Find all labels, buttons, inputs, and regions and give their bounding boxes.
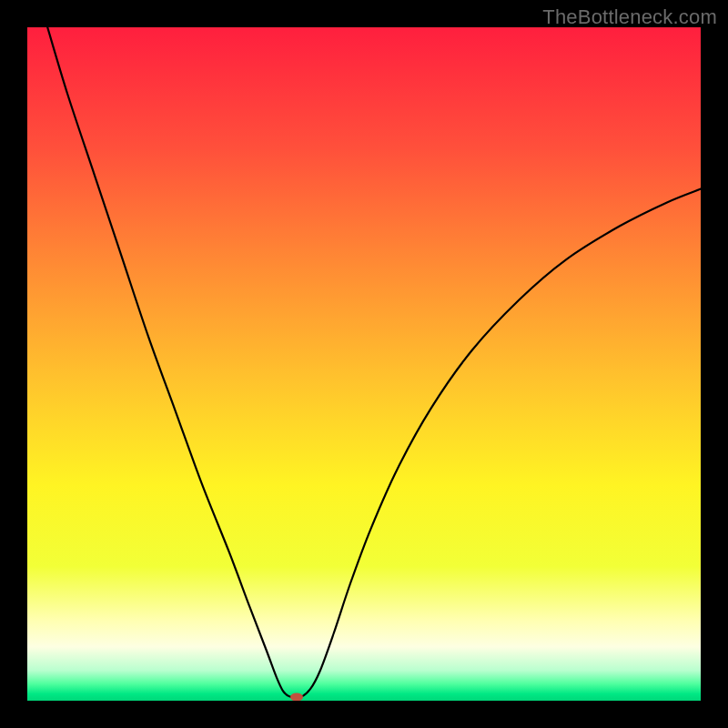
chart-frame: TheBottleneck.com: [0, 0, 728, 728]
watermark-text: TheBottleneck.com: [542, 5, 717, 29]
gradient-background: [27, 27, 701, 701]
plot-area: [27, 27, 701, 701]
chart-svg: [27, 27, 701, 701]
